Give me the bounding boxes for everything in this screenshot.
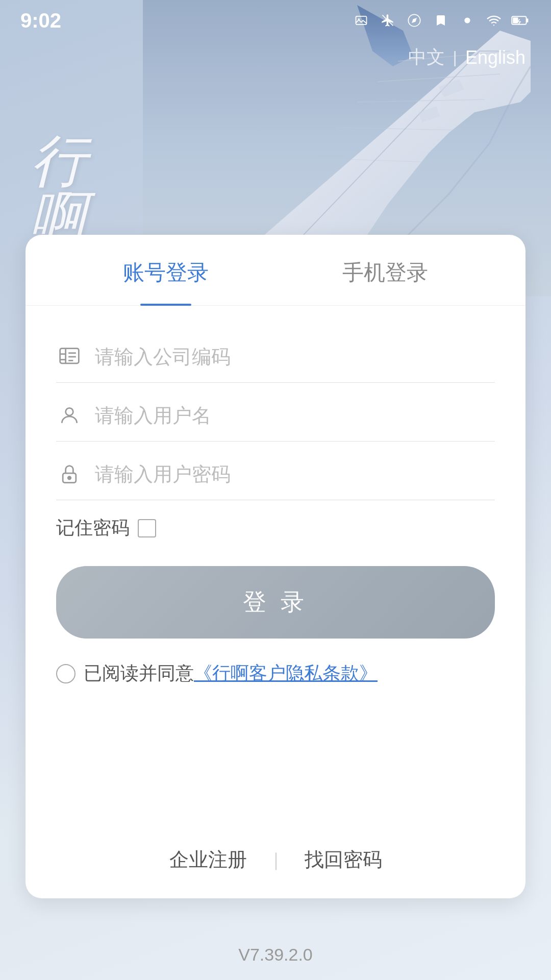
deco-calligraphy: 行啊	[31, 133, 84, 245]
lang-chinese-btn[interactable]: 中文	[408, 45, 445, 70]
version-label: V7.39.2.0	[0, 945, 551, 965]
remember-password-row: 记住密码	[56, 516, 495, 541]
login-tabs: 账号登录 手机登录	[26, 235, 525, 306]
remember-password-label: 记住密码	[56, 516, 130, 541]
login-button[interactable]: 登 录	[56, 566, 495, 639]
svg-rect-7	[527, 18, 529, 22]
username-field	[56, 390, 495, 442]
wifi-icon	[484, 13, 504, 28]
company-code-icon	[56, 344, 83, 370]
tab-account-login[interactable]: 账号登录	[56, 235, 276, 305]
password-input[interactable]	[95, 463, 495, 485]
bookmark-icon	[431, 13, 451, 28]
agreement-text: 已阅读并同意《行啊客户隐私条款》	[84, 661, 378, 686]
forgot-password-link[interactable]: 找回密码	[305, 847, 382, 873]
password-field	[56, 449, 495, 500]
company-code-input[interactable]	[95, 346, 495, 368]
register-link[interactable]: 企业注册	[169, 847, 247, 873]
photo-icon	[351, 13, 371, 28]
lock-icon	[56, 461, 83, 487]
svg-rect-8	[513, 17, 518, 23]
svg-rect-1	[356, 16, 367, 24]
card-footer: 企业注册 ｜ 找回密码	[26, 847, 525, 873]
login-card: 账号登录 手机登录	[26, 235, 525, 898]
agreement-row: 已阅读并同意《行啊客户隐私条款》	[56, 661, 495, 686]
language-switcher: 中文 | English	[408, 45, 525, 70]
svg-point-5	[464, 17, 470, 23]
status-bar: 9:02	[0, 0, 551, 41]
login-form: 记住密码 登 录 已阅读并同意《行啊客户隐私条款》	[26, 331, 525, 686]
user-icon	[56, 402, 83, 429]
lang-divider: |	[453, 48, 457, 67]
footer-divider: ｜	[267, 848, 284, 872]
remember-password-checkbox[interactable]	[138, 519, 156, 537]
dot-icon	[457, 13, 478, 28]
agreement-link[interactable]: 《行啊客户隐私条款》	[194, 663, 378, 683]
svg-point-15	[68, 477, 71, 480]
lang-english-btn[interactable]: English	[465, 47, 525, 68]
agreement-radio[interactable]	[56, 664, 76, 683]
tab-phone-login[interactable]: 手机登录	[276, 235, 495, 305]
company-code-field	[56, 331, 495, 383]
status-icons	[351, 13, 531, 28]
battery-icon	[510, 13, 531, 28]
username-input[interactable]	[95, 405, 495, 427]
status-time: 9:02	[20, 9, 61, 32]
compass-icon	[404, 13, 424, 28]
airplane-mode-off-icon	[378, 13, 398, 28]
svg-point-13	[66, 408, 73, 415]
